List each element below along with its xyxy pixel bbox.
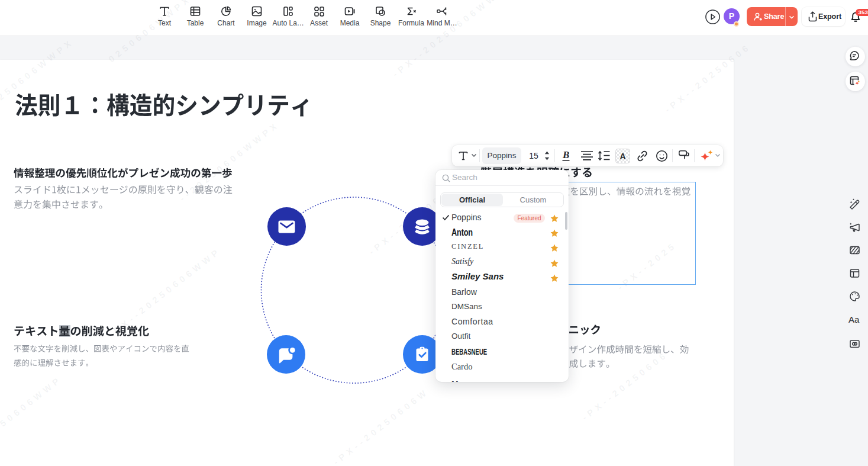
- svg-text:B: B: [562, 149, 569, 160]
- svg-text:A: A: [619, 152, 625, 161]
